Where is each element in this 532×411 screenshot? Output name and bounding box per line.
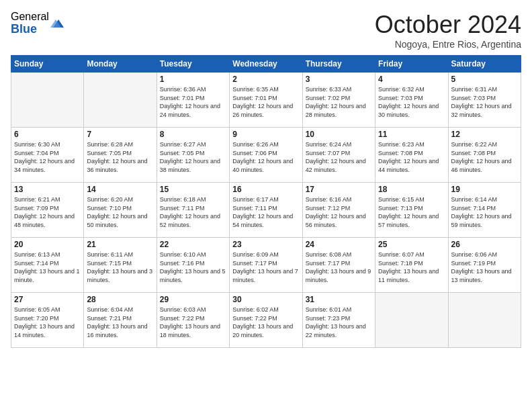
- calendar-cell: 1Sunrise: 6:36 AM Sunset: 7:01 PM Daylig…: [157, 73, 229, 128]
- calendar-cell: 25Sunrise: 6:07 AM Sunset: 7:18 PM Dayli…: [375, 238, 448, 293]
- day-number: 5: [451, 75, 518, 84]
- calendar-cell: 20Sunrise: 6:13 AM Sunset: 7:14 PM Dayli…: [11, 238, 84, 293]
- calendar: SundayMondayTuesdayWednesdayThursdayFrid…: [11, 55, 521, 348]
- calendar-cell: 14Sunrise: 6:20 AM Sunset: 7:10 PM Dayli…: [84, 183, 157, 238]
- calendar-cell: 21Sunrise: 6:11 AM Sunset: 7:15 PM Dayli…: [84, 238, 157, 293]
- calendar-cell: 8Sunrise: 6:27 AM Sunset: 7:05 PM Daylig…: [157, 128, 229, 183]
- day-number: 7: [87, 130, 153, 139]
- day-info: Sunrise: 6:23 AM Sunset: 7:08 PM Dayligh…: [378, 140, 445, 174]
- day-info: Sunrise: 6:28 AM Sunset: 7:05 PM Dayligh…: [87, 140, 153, 174]
- calendar-cell: 23Sunrise: 6:09 AM Sunset: 7:17 PM Dayli…: [230, 238, 302, 293]
- day-number: 3: [306, 75, 372, 84]
- calendar-cell: 31Sunrise: 6:01 AM Sunset: 7:23 PM Dayli…: [302, 293, 375, 348]
- day-number: 20: [14, 240, 81, 249]
- calendar-cell: 7Sunrise: 6:28 AM Sunset: 7:05 PM Daylig…: [84, 128, 157, 183]
- day-info: Sunrise: 6:20 AM Sunset: 7:10 PM Dayligh…: [87, 195, 153, 229]
- day-info: Sunrise: 6:11 AM Sunset: 7:15 PM Dayligh…: [87, 250, 153, 284]
- day-number: 17: [306, 185, 372, 194]
- day-number: 27: [14, 295, 81, 304]
- day-number: 25: [378, 240, 445, 249]
- day-number: 16: [232, 185, 299, 194]
- calendar-cell: 13Sunrise: 6:21 AM Sunset: 7:09 PM Dayli…: [11, 183, 84, 238]
- logo-icon: [50, 15, 66, 32]
- calendar-cell: [11, 73, 84, 128]
- calendar-week-0: 1Sunrise: 6:36 AM Sunset: 7:01 PM Daylig…: [11, 73, 521, 128]
- calendar-cell: 9Sunrise: 6:26 AM Sunset: 7:06 PM Daylig…: [230, 128, 302, 183]
- calendar-cell: 30Sunrise: 6:02 AM Sunset: 7:22 PM Dayli…: [230, 293, 302, 348]
- calendar-cell: 18Sunrise: 6:15 AM Sunset: 7:13 PM Dayli…: [375, 183, 448, 238]
- calendar-cell: 6Sunrise: 6:30 AM Sunset: 7:04 PM Daylig…: [11, 128, 84, 183]
- day-number: 23: [232, 240, 299, 249]
- day-info: Sunrise: 6:10 AM Sunset: 7:16 PM Dayligh…: [160, 250, 226, 284]
- calendar-week-3: 20Sunrise: 6:13 AM Sunset: 7:14 PM Dayli…: [11, 238, 521, 293]
- page: General Blue October 2024 Nogoya, Entre …: [0, 0, 532, 411]
- calendar-header-thursday: Thursday: [302, 56, 375, 73]
- day-number: 18: [378, 185, 445, 194]
- day-number: 21: [87, 240, 153, 249]
- day-info: Sunrise: 6:31 AM Sunset: 7:03 PM Dayligh…: [451, 85, 518, 119]
- calendar-cell: 29Sunrise: 6:03 AM Sunset: 7:22 PM Dayli…: [157, 293, 229, 348]
- calendar-header-row: SundayMondayTuesdayWednesdayThursdayFrid…: [11, 56, 521, 73]
- day-number: 22: [160, 240, 226, 249]
- day-number: 15: [160, 185, 226, 194]
- day-number: 10: [306, 130, 372, 139]
- day-info: Sunrise: 6:01 AM Sunset: 7:23 PM Dayligh…: [306, 306, 372, 339]
- calendar-cell: 10Sunrise: 6:24 AM Sunset: 7:07 PM Dayli…: [302, 128, 375, 183]
- calendar-cell: 26Sunrise: 6:06 AM Sunset: 7:19 PM Dayli…: [448, 238, 521, 293]
- day-number: 24: [306, 240, 372, 249]
- calendar-header-wednesday: Wednesday: [230, 56, 302, 73]
- calendar-cell: [448, 293, 521, 348]
- day-info: Sunrise: 6:02 AM Sunset: 7:22 PM Dayligh…: [232, 306, 299, 339]
- subtitle: Nogoya, Entre Rios, Argentina: [375, 39, 521, 50]
- calendar-cell: [84, 73, 157, 128]
- day-info: Sunrise: 6:27 AM Sunset: 7:05 PM Dayligh…: [160, 140, 226, 174]
- calendar-header-tuesday: Tuesday: [157, 56, 229, 73]
- day-info: Sunrise: 6:09 AM Sunset: 7:17 PM Dayligh…: [232, 250, 299, 284]
- calendar-cell: 24Sunrise: 6:08 AM Sunset: 7:17 PM Dayli…: [302, 238, 375, 293]
- day-number: 26: [451, 240, 518, 249]
- day-number: 28: [87, 295, 153, 304]
- calendar-cell: 22Sunrise: 6:10 AM Sunset: 7:16 PM Dayli…: [157, 238, 229, 293]
- day-number: 9: [232, 130, 299, 139]
- logo: General Blue: [11, 11, 66, 36]
- month-title: October 2024: [375, 11, 521, 39]
- day-info: Sunrise: 6:15 AM Sunset: 7:13 PM Dayligh…: [378, 195, 445, 229]
- day-info: Sunrise: 6:36 AM Sunset: 7:01 PM Dayligh…: [160, 85, 226, 119]
- day-info: Sunrise: 6:32 AM Sunset: 7:03 PM Dayligh…: [378, 85, 445, 119]
- day-info: Sunrise: 6:30 AM Sunset: 7:04 PM Dayligh…: [14, 140, 81, 174]
- calendar-cell: 3Sunrise: 6:33 AM Sunset: 7:02 PM Daylig…: [302, 73, 375, 128]
- calendar-cell: 17Sunrise: 6:16 AM Sunset: 7:12 PM Dayli…: [302, 183, 375, 238]
- day-info: Sunrise: 6:06 AM Sunset: 7:19 PM Dayligh…: [451, 250, 518, 284]
- day-info: Sunrise: 6:18 AM Sunset: 7:11 PM Dayligh…: [160, 195, 226, 229]
- calendar-header-sunday: Sunday: [11, 56, 84, 73]
- day-number: 6: [14, 130, 81, 139]
- day-number: 12: [451, 130, 518, 139]
- day-info: Sunrise: 6:35 AM Sunset: 7:01 PM Dayligh…: [232, 85, 299, 119]
- day-info: Sunrise: 6:24 AM Sunset: 7:07 PM Dayligh…: [306, 140, 372, 174]
- calendar-cell: 27Sunrise: 6:05 AM Sunset: 7:20 PM Dayli…: [11, 293, 84, 348]
- calendar-week-4: 27Sunrise: 6:05 AM Sunset: 7:20 PM Dayli…: [11, 293, 521, 348]
- logo-text: General Blue: [11, 11, 49, 36]
- day-info: Sunrise: 6:05 AM Sunset: 7:20 PM Dayligh…: [14, 306, 81, 339]
- calendar-cell: 2Sunrise: 6:35 AM Sunset: 7:01 PM Daylig…: [230, 73, 302, 128]
- calendar-week-2: 13Sunrise: 6:21 AM Sunset: 7:09 PM Dayli…: [11, 183, 521, 238]
- header: General Blue October 2024 Nogoya, Entre …: [11, 11, 521, 50]
- calendar-cell: 5Sunrise: 6:31 AM Sunset: 7:03 PM Daylig…: [448, 73, 521, 128]
- calendar-cell: 11Sunrise: 6:23 AM Sunset: 7:08 PM Dayli…: [375, 128, 448, 183]
- day-info: Sunrise: 6:21 AM Sunset: 7:09 PM Dayligh…: [14, 195, 81, 229]
- day-number: 1: [160, 75, 226, 84]
- calendar-cell: 15Sunrise: 6:18 AM Sunset: 7:11 PM Dayli…: [157, 183, 229, 238]
- calendar-cell: 19Sunrise: 6:14 AM Sunset: 7:14 PM Dayli…: [448, 183, 521, 238]
- calendar-header-saturday: Saturday: [448, 56, 521, 73]
- day-number: 8: [160, 130, 226, 139]
- day-number: 4: [378, 75, 445, 84]
- day-number: 19: [451, 185, 518, 194]
- day-number: 14: [87, 185, 153, 194]
- calendar-cell: 12Sunrise: 6:22 AM Sunset: 7:08 PM Dayli…: [448, 128, 521, 183]
- day-number: 11: [378, 130, 445, 139]
- day-number: 29: [160, 295, 226, 304]
- day-number: 2: [232, 75, 299, 84]
- calendar-cell: 4Sunrise: 6:32 AM Sunset: 7:03 PM Daylig…: [375, 73, 448, 128]
- day-info: Sunrise: 6:17 AM Sunset: 7:11 PM Dayligh…: [232, 195, 299, 229]
- calendar-week-1: 6Sunrise: 6:30 AM Sunset: 7:04 PM Daylig…: [11, 128, 521, 183]
